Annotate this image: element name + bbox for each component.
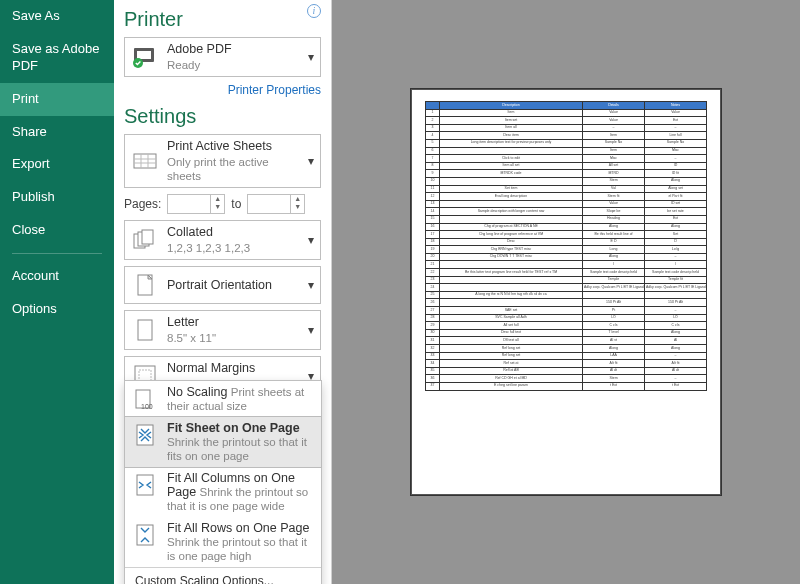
- paper-sub: 8.5" x 11": [167, 331, 216, 345]
- paper-icon: [131, 316, 159, 344]
- sidebar-item-account[interactable]: Account: [0, 260, 114, 293]
- printer-heading: Printer: [124, 8, 321, 31]
- opt-title: Fit Sheet on One Page: [167, 421, 300, 435]
- print-settings-panel: i Printer Adobe PDF Ready ▾ Printer Prop…: [114, 0, 332, 584]
- orientation-title: Portrait Orientation: [167, 278, 272, 294]
- paper-size-select[interactable]: Letter 8.5" x 11" ▾: [124, 310, 321, 350]
- chevron-down-icon: ▾: [308, 323, 314, 337]
- print-area-sub: Only print the active sheets: [167, 155, 300, 184]
- svg-rect-18: [137, 425, 153, 445]
- svg-rect-12: [138, 320, 152, 340]
- collate-select[interactable]: Collated 1,2,3 1,2,3 1,2,3 ▾: [124, 220, 321, 260]
- opt-sub: Shrink the printout so that it fits on o…: [167, 436, 307, 462]
- sidebar-item-save-as[interactable]: Save As: [0, 0, 114, 33]
- info-icon[interactable]: i: [307, 4, 321, 18]
- printer-icon: [131, 43, 159, 71]
- svg-point-2: [133, 58, 143, 68]
- sidebar-item-print[interactable]: Print: [0, 83, 114, 116]
- printer-properties-link[interactable]: Printer Properties: [124, 83, 321, 97]
- sidebar-item-save-adobe[interactable]: Save as Adobe PDF: [0, 33, 114, 83]
- backstage-sidebar: Save As Save as Adobe PDF Print Share Ex…: [0, 0, 114, 584]
- up-icon[interactable]: ▲: [291, 195, 304, 203]
- svg-rect-3: [134, 154, 156, 168]
- print-area-select[interactable]: Print Active Sheets Only print the activ…: [124, 134, 321, 188]
- opt-title: Fit All Rows on One Page: [167, 521, 309, 535]
- sidebar-separator: [12, 253, 102, 254]
- scaling-option-no-scaling[interactable]: 100 No Scaling Print sheets at their act…: [125, 381, 321, 417]
- up-icon[interactable]: ▲: [211, 195, 224, 203]
- chevron-down-icon: ▾: [308, 233, 314, 247]
- pages-to-label: to: [231, 197, 241, 211]
- preview-table: DescriptionDetailsNotes 1ItemValueValue2…: [425, 101, 707, 391]
- paper-title: Letter: [167, 315, 216, 331]
- chevron-down-icon: ▾: [308, 50, 314, 64]
- pages-from-field[interactable]: [168, 195, 210, 213]
- printer-select[interactable]: Adobe PDF Ready ▾: [124, 37, 321, 77]
- svg-rect-19: [137, 475, 153, 495]
- scaling-option-fit-sheet[interactable]: Fit Sheet on One Page Shrink the printou…: [124, 416, 322, 468]
- sheets-icon: [131, 147, 159, 175]
- collate-icon: [131, 226, 159, 254]
- sidebar-item-publish[interactable]: Publish: [0, 181, 114, 214]
- pages-to-field[interactable]: [248, 195, 290, 213]
- pages-from-input[interactable]: ▲▼: [167, 194, 225, 214]
- orientation-select[interactable]: Portrait Orientation ▾: [124, 266, 321, 304]
- portrait-icon: [131, 271, 159, 299]
- settings-heading: Settings: [124, 105, 321, 128]
- chevron-down-icon: ▾: [308, 278, 314, 292]
- svg-text:100: 100: [141, 403, 153, 410]
- printer-name: Adobe PDF: [167, 42, 232, 58]
- chevron-down-icon: ▾: [308, 154, 314, 168]
- custom-scaling-link[interactable]: Custom Scaling Options...: [125, 568, 321, 584]
- fit-rows-icon: [131, 521, 159, 549]
- collate-title: Collated: [167, 225, 250, 241]
- print-area-title: Print Active Sheets: [167, 139, 300, 155]
- fit-columns-icon: [131, 471, 159, 499]
- svg-rect-10: [142, 230, 153, 244]
- sidebar-item-close[interactable]: Close: [0, 214, 114, 247]
- margins-title: Normal Margins: [167, 361, 269, 377]
- printer-status: Ready: [167, 58, 232, 72]
- collate-sub: 1,2,3 1,2,3 1,2,3: [167, 241, 250, 255]
- pages-label: Pages:: [124, 197, 161, 211]
- sidebar-item-share[interactable]: Share: [0, 116, 114, 149]
- pages-row: Pages: ▲▼ to ▲▼: [124, 194, 321, 214]
- sidebar-item-export[interactable]: Export: [0, 148, 114, 181]
- down-icon[interactable]: ▼: [291, 203, 304, 211]
- scaling-option-fit-columns[interactable]: Fit All Columns on One Page Shrink the p…: [125, 467, 321, 517]
- app-root: Save As Save as Adobe PDF Print Share Ex…: [0, 0, 800, 584]
- svg-rect-1: [137, 51, 151, 59]
- scaling-option-fit-rows[interactable]: Fit All Rows on One Page Shrink the prin…: [125, 517, 321, 567]
- opt-sub: Shrink the printout so that it is one pa…: [167, 536, 307, 562]
- svg-rect-20: [137, 525, 153, 545]
- print-preview-area: DescriptionDetailsNotes 1ItemValueValue2…: [332, 0, 800, 584]
- opt-title: No Scaling: [167, 385, 227, 399]
- sidebar-item-options[interactable]: Options: [0, 293, 114, 326]
- fit-page-icon: [131, 421, 159, 449]
- scaling-dropdown: 100 No Scaling Print sheets at their act…: [124, 380, 322, 584]
- no-scaling-icon: 100: [131, 385, 159, 413]
- down-icon[interactable]: ▼: [211, 203, 224, 211]
- preview-page: DescriptionDetailsNotes 1ItemValueValue2…: [410, 88, 722, 496]
- pages-to-input[interactable]: ▲▼: [247, 194, 305, 214]
